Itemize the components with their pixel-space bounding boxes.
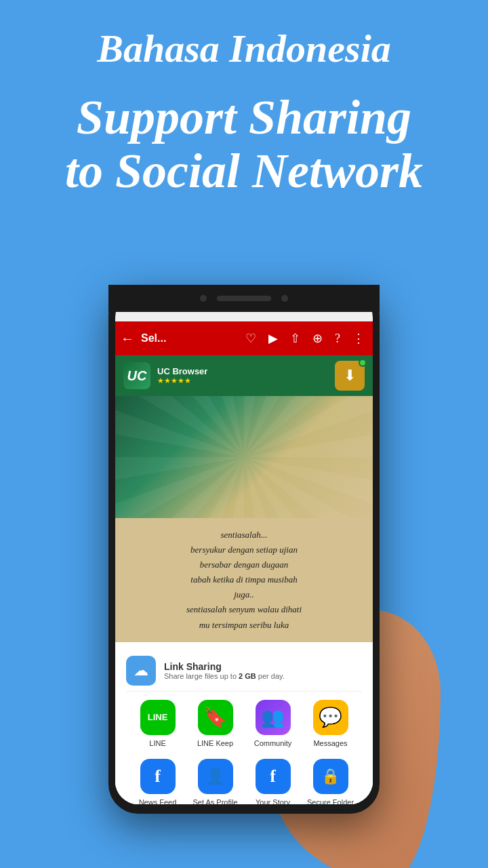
community-label: Community [254, 738, 292, 748]
play-icon[interactable]: ▶ [268, 331, 278, 346]
securefolder-label: Secure Folder [307, 797, 354, 804]
uc-download-icon[interactable]: ⬇ [335, 361, 365, 391]
social-item-yourstory[interactable]: f Your Story [247, 759, 299, 804]
linekeep-label: LINE Keep [197, 738, 233, 748]
link-sharing-icon: ☁ [126, 656, 156, 686]
link-sharing-text: Link Sharing Share large files up to 2 G… [164, 661, 285, 680]
newsfeed-icon: f [140, 759, 176, 794]
toolbar-title: Sel... [141, 332, 236, 344]
messages-label: Messages [313, 738, 347, 748]
back-button[interactable]: ← [121, 331, 134, 347]
phone-mockup: ← Sel... ♡ ▶ ⇧ ⊕ ? ⋮ UC UC Browser ★★★★★ [102, 285, 386, 841]
camera-dot2 [281, 295, 288, 302]
share-section: ☁ Link Sharing Share large files up to 2… [115, 642, 373, 804]
help-icon[interactable]: ? [335, 332, 340, 346]
app-content: ← Sel... ♡ ▶ ⇧ ⊕ ? ⋮ UC UC Browser ★★★★★ [115, 321, 373, 804]
more-icon[interactable]: ⋮ [352, 331, 365, 346]
link-sharing-title: Link Sharing [164, 661, 285, 672]
uc-info: UC Browser ★★★★★ [157, 366, 328, 385]
community-icon: 👥 [256, 700, 291, 735]
zoom-icon[interactable]: ⊕ [312, 331, 323, 346]
social-item-newsfeed[interactable]: f News Feed [131, 759, 184, 804]
social-grid-row2: f News Feed 👤 Set As Profile Picture f Y… [126, 756, 362, 804]
app-toolbar: ← Sel... ♡ ▶ ⇧ ⊕ ? ⋮ [115, 321, 373, 355]
setprofile-icon: 👤 [198, 759, 233, 794]
setprofile-label: Set As Profile Picture [189, 797, 241, 804]
quote-area: sentiasalah... bersyukur dengan setiap u… [115, 518, 373, 642]
social-item-setprofile[interactable]: 👤 Set As Profile Picture [189, 759, 241, 804]
heart-icon[interactable]: ♡ [245, 331, 256, 346]
quote-text: sentiasalah... bersyukur dengan setiap u… [129, 528, 359, 633]
uc-logo-icon: UC [123, 362, 150, 389]
share-icon[interactable]: ⇧ [290, 331, 300, 346]
link-sharing-row[interactable]: ☁ Link Sharing Share large files up to 2… [126, 650, 362, 692]
uc-browser-banner[interactable]: UC UC Browser ★★★★★ ⬇ [115, 355, 373, 396]
uc-stars: ★★★★★ [157, 376, 328, 385]
social-item-community[interactable]: 👥 Community [247, 700, 299, 748]
speaker-bar [217, 296, 271, 301]
image-rays [115, 396, 373, 518]
phone-screen: ← Sel... ♡ ▶ ⇧ ⊕ ? ⋮ UC UC Browser ★★★★★ [115, 294, 373, 804]
title-tagline: Support Sharing to Social Network [27, 91, 461, 198]
image-area [115, 396, 373, 518]
securefolder-icon: 🔒 [313, 759, 348, 794]
linekeep-icon: 🔖 [198, 700, 233, 735]
social-grid-row1: LINE LINE 🔖 LINE Keep 👥 Community 💬 [126, 692, 362, 756]
link-sharing-subtitle: Share large files up to 2 GB per day. [164, 672, 285, 680]
phone-outer: ← Sel... ♡ ▶ ⇧ ⊕ ? ⋮ UC UC Browser ★★★★★ [108, 285, 380, 814]
header-section: Bahasa Indonesia Support Sharing to Soci… [0, 27, 488, 198]
line-icon: LINE [140, 700, 176, 735]
line-label: LINE [149, 738, 165, 748]
phone-top-bar [108, 285, 380, 312]
camera-dot [200, 295, 207, 302]
uc-green-dot [359, 359, 367, 367]
yourstory-icon: f [256, 759, 291, 794]
title-language: Bahasa Indonesia [27, 27, 461, 71]
social-item-line[interactable]: LINE LINE [131, 700, 184, 748]
newsfeed-label: News Feed [139, 797, 177, 804]
uc-browser-name: UC Browser [157, 366, 328, 376]
social-item-securefolder[interactable]: 🔒 Secure Folder [304, 759, 357, 804]
social-item-linekeep[interactable]: 🔖 LINE Keep [189, 700, 241, 748]
messages-icon: 💬 [313, 700, 348, 735]
social-item-messages[interactable]: 💬 Messages [304, 700, 357, 748]
yourstory-label: Your Story [256, 797, 290, 804]
